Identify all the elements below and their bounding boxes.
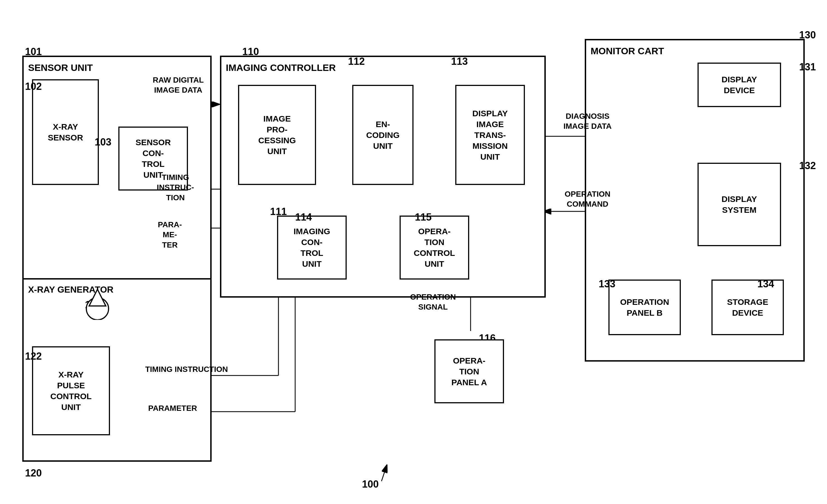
ref-101: 101 [25, 46, 42, 58]
ref-131: 131 [799, 61, 816, 73]
xray-sensor-box: X-RAYSENSOR [32, 79, 99, 185]
imaging-control-label: IMAGINGCON-TROLUNIT [293, 226, 330, 269]
operation-panel-a-box: OPERA-TIONPANEL A [434, 339, 504, 403]
image-processing-label: IMAGEPRO-CESSINGUNIT [258, 113, 296, 157]
display-image-trans-box: DISPLAYIMAGETRANS-MISSIONUNIT [455, 85, 525, 185]
operation-panel-a-label: OPERA-TIONPANEL A [451, 355, 487, 388]
raw-digital-label: RAW DIGITALIMAGE DATA [142, 75, 214, 96]
diagnosis-image-label: DIAGNOSISIMAGE DATA [551, 111, 624, 131]
display-image-trans-label: DISPLAYIMAGETRANS-MISSIONUNIT [472, 108, 507, 162]
operation-panel-b-box: OPERATIONPANEL B [609, 280, 681, 335]
imaging-controller-box: IMAGING CONTROLLER IMAGEPRO-CESSINGUNIT … [220, 56, 546, 298]
timing-instruction-label-1: TIMINGINSTRUC-TION [142, 172, 209, 203]
ref-120: 120 [25, 467, 42, 479]
operation-control-box: OPERA-TIONCONTROLUNIT [400, 216, 469, 280]
imaging-control-box: IMAGINGCON-TROLUNIT [277, 216, 347, 280]
svg-line-28 [382, 464, 387, 481]
display-system-box: DISPLAYSYSTEM [697, 163, 781, 246]
timing-instruction-label-2: TIMING INSTRUCTION [142, 365, 231, 374]
image-processing-box: IMAGEPRO-CESSINGUNIT [238, 85, 316, 185]
ref-115: 115 [415, 211, 432, 223]
ref-130: 130 [799, 29, 816, 41]
xray-pulse-control-label: X-RAYPULSECONTROLUNIT [50, 369, 92, 412]
imaging-controller-label: IMAGING CONTROLLER [226, 61, 336, 74]
xray-tube-symbol [81, 286, 114, 320]
operation-command-label: OPERATIONCOMMAND [551, 189, 624, 210]
ref-112: 112 [348, 56, 365, 67]
encoding-box: EN-CODINGUNIT [352, 85, 414, 185]
operation-panel-b-label: OPERATIONPANEL B [620, 296, 669, 318]
ref-111: 111 [270, 206, 287, 218]
parameter-label-2: PARAMETER [142, 403, 203, 413]
diagram-container: SENSOR UNIT X-RAYSENSOR SENSORCON-TROLUN… [0, 0, 827, 504]
storage-device-label: STORAGEDEVICE [727, 296, 768, 318]
svg-marker-27 [89, 289, 106, 306]
xray-pulse-control-box: X-RAYPULSECONTROLUNIT [32, 346, 110, 435]
display-device-box: DISPLAYDEVICE [697, 63, 781, 107]
display-device-label: DISPLAYDEVICE [722, 74, 757, 96]
operation-control-label: OPERA-TIONCONTROLUNIT [414, 226, 455, 269]
ref-110: 110 [242, 46, 259, 58]
ref-103: 103 [95, 136, 111, 148]
ref-100-arrow [373, 462, 390, 484]
ref-113: 113 [451, 56, 468, 67]
encoding-label: EN-CODINGUNIT [366, 119, 400, 151]
sensor-unit-label: SENSOR UNIT [28, 61, 93, 74]
ref-114: 114 [295, 211, 312, 223]
ref-122: 122 [25, 350, 42, 362]
display-system-label: DISPLAYSYSTEM [722, 193, 757, 215]
ref-102: 102 [25, 81, 42, 92]
ref-133: 133 [599, 278, 615, 290]
ref-132: 132 [799, 160, 816, 172]
xray-sensor-label: X-RAYSENSOR [48, 121, 83, 143]
operation-signal-label: OPERATIONSIGNAL [398, 292, 468, 312]
parameter-label-1: PARA-ME-TER [142, 220, 198, 250]
monitor-cart-label: MONITOR CART [591, 45, 664, 57]
ref-134: 134 [758, 278, 774, 290]
